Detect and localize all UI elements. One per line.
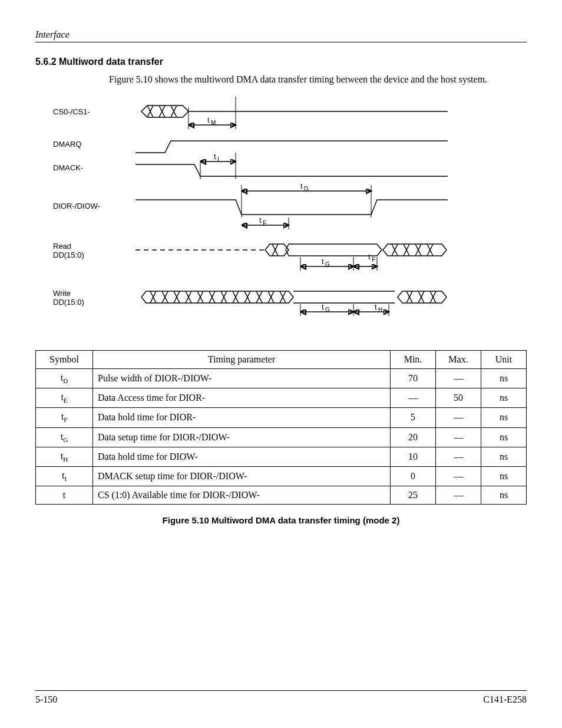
label-tI: I	[217, 156, 219, 163]
table-row: tEData Access time for DIOR-—50ns	[36, 388, 527, 408]
cell-param: Data hold time for DIOW-	[93, 447, 391, 466]
label-tD: D	[304, 186, 308, 192]
label-tF: F	[372, 256, 375, 263]
cell-max: —	[436, 486, 481, 505]
section-heading: 5.6.2 Multiword data transfer	[35, 57, 527, 67]
svg-text:t: t	[214, 152, 216, 161]
cell-symbol: tF	[36, 408, 93, 427]
table-header-row: Symbol Timing parameter Min. Max. Unit	[36, 351, 527, 369]
table-row: tCS (1:0) Available time for DIOR-/DIOW-…	[36, 486, 527, 505]
timing-diagram: .sig { font: 13px Arial, Helvetica, sans…	[47, 97, 515, 332]
table-row: tDPulse width of DIOR-/DIOW-70—ns	[36, 369, 527, 388]
label-tG-read: G	[325, 261, 330, 268]
cell-max: 50	[436, 388, 481, 408]
cell-symbol: tE	[36, 388, 93, 408]
cell-param: Pulse width of DIOR-/DIOW-	[93, 369, 391, 388]
label-cs: CS0-/CS1-	[53, 107, 90, 116]
cell-unit: ns	[481, 486, 527, 505]
cell-min: 5	[391, 408, 436, 427]
svg-text:t: t	[300, 182, 303, 190]
cell-param: DMACK setup time for DIOR-/DIOW-	[93, 466, 391, 486]
intro-paragraph: Figure 5.10 shows the multiword DMA data…	[109, 74, 503, 85]
cell-param: CS (1:0) Available time for DIOR-/DIOW-	[93, 486, 391, 505]
cell-param: Data hold time for DIOR-	[93, 408, 391, 427]
cell-max: —	[436, 466, 481, 486]
svg-text:t: t	[368, 252, 371, 261]
th-unit: Unit	[481, 351, 527, 369]
label-tE: E	[263, 220, 267, 226]
svg-text:t: t	[259, 216, 262, 225]
table-row: tGData setup time for DIOR-/DIOW-20—ns	[36, 427, 527, 447]
cell-unit: ns	[481, 408, 527, 427]
running-header: Interface	[35, 29, 527, 42]
cell-min: 0	[391, 466, 436, 486]
figure-caption: Figure 5.10 Multiword DMA data transfer …	[35, 515, 527, 525]
cell-min: 10	[391, 447, 436, 466]
table-row: tFData hold time for DIOR-5—ns	[36, 408, 527, 427]
cell-symbol: tI	[36, 466, 93, 486]
table-row: tHData hold time for DIOW-10—ns	[36, 447, 527, 466]
cell-unit: ns	[481, 427, 527, 447]
cell-unit: ns	[481, 369, 527, 388]
cell-max: —	[436, 427, 481, 447]
label-tM: M	[211, 120, 216, 126]
label-dior: DIOR-/DIOW-	[53, 202, 100, 210]
cell-unit: ns	[481, 388, 527, 408]
svg-text:t: t	[375, 302, 377, 311]
label-dmack: DMACK-	[53, 163, 83, 172]
svg-text:t: t	[322, 302, 324, 311]
cell-min: 25	[391, 486, 436, 505]
cell-min: 20	[391, 427, 436, 447]
th-symbol: Symbol	[36, 351, 93, 369]
footer-doc: C141-E258	[483, 694, 527, 705]
label-tH: H	[378, 307, 382, 313]
svg-text:t: t	[322, 257, 324, 266]
cell-max: —	[436, 408, 481, 427]
svg-text:DD(15:0): DD(15:0)	[53, 298, 84, 307]
label-dmarq: DMARQ	[53, 140, 81, 149]
cell-max: —	[436, 447, 481, 466]
cell-symbol: tG	[36, 427, 93, 447]
table-row: tIDMACK setup time for DIOR-/DIOW-0—ns	[36, 466, 527, 486]
th-param: Timing parameter	[93, 351, 391, 369]
cell-unit: ns	[481, 466, 527, 486]
page-footer: 5-150 C141-E258	[35, 690, 527, 705]
cell-unit: ns	[481, 447, 527, 466]
timing-table: Symbol Timing parameter Min. Max. Unit t…	[35, 350, 527, 505]
cell-min: 70	[391, 369, 436, 388]
svg-text:t: t	[207, 116, 210, 124]
cell-param: Data Access time for DIOR-	[93, 388, 391, 408]
cell-param: Data setup time for DIOR-/DIOW-	[93, 427, 391, 447]
cell-max: —	[436, 369, 481, 388]
cell-symbol: t	[36, 486, 93, 505]
label-tG-write: G	[325, 307, 330, 313]
cell-symbol: tH	[36, 447, 93, 466]
svg-text:DD(15:0): DD(15:0)	[53, 251, 84, 259]
svg-text:Write: Write	[53, 289, 71, 298]
th-max: Max.	[436, 351, 481, 369]
footer-page: 5-150	[35, 694, 57, 705]
cell-symbol: tD	[36, 369, 93, 388]
svg-text:Read: Read	[53, 242, 71, 251]
cell-min: —	[391, 388, 436, 408]
th-min: Min.	[391, 351, 436, 369]
